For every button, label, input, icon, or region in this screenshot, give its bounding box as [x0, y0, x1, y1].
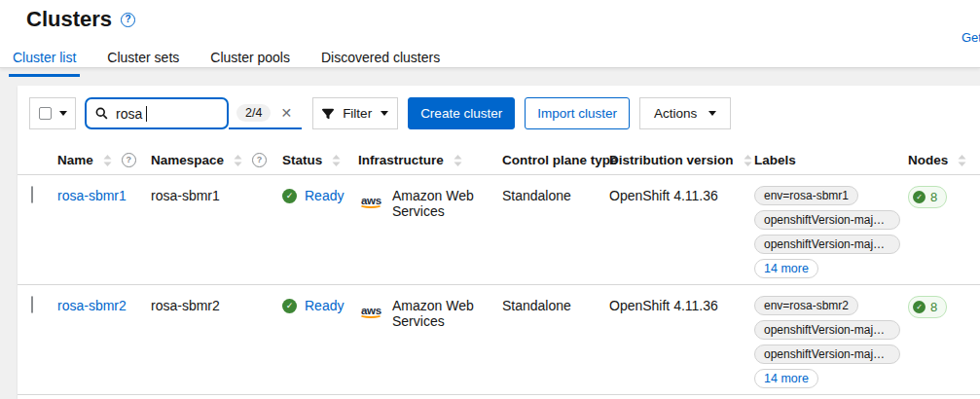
sort-icon[interactable] — [332, 155, 341, 166]
header-select-spacer — [18, 146, 57, 174]
actions-dropdown[interactable]: Actions — [639, 97, 731, 129]
sort-icon[interactable] — [744, 155, 752, 166]
import-cluster-button[interactable]: Import cluster — [525, 97, 630, 129]
infrastructure-label: Amazon Web Services — [392, 298, 502, 329]
help-icon[interactable]: ? — [252, 153, 267, 167]
column-header-labels: Labels — [754, 146, 908, 174]
labels-cell: env=rosa-sbmr1 openshiftVersion-major=4 … — [754, 175, 908, 284]
filter-icon — [322, 108, 334, 120]
tab-cluster-list[interactable]: Cluster list — [9, 45, 80, 77]
label-pill: openshiftVersion-major=4 — [754, 320, 900, 340]
status-cell: ✓ Ready — [282, 175, 358, 284]
aws-icon: aws — [358, 195, 383, 212]
tab-label: Discovered clusters — [321, 50, 440, 65]
search-group: rosa 2/4 ✕ — [85, 97, 302, 129]
labels-more-button[interactable]: 14 more — [754, 369, 818, 388]
toolbar: rosa 2/4 ✕ Filter Create cluster Import … — [18, 86, 980, 129]
status-link[interactable]: Ready — [305, 188, 344, 203]
label-pill: env=rosa-sbmr2 — [754, 296, 858, 315]
status-cell: ✓ Ready — [282, 285, 358, 394]
tab-cluster-pools[interactable]: Cluster pools — [206, 45, 294, 77]
cluster-name-link[interactable]: rosa-sbmr2 — [57, 298, 127, 313]
column-header-distribution-version: Distribution version — [609, 146, 754, 174]
status-ready-icon: ✓ — [282, 299, 297, 313]
search-input[interactable]: rosa — [85, 97, 229, 129]
nodes-count: 8 — [930, 190, 937, 204]
chevron-down-icon — [381, 111, 388, 116]
row-select-cell — [18, 175, 57, 284]
label-pill: openshiftVersion-major-mi... — [754, 345, 900, 364]
name-cell: rosa-sbmr1 — [57, 175, 151, 284]
bulk-select-dropdown[interactable] — [29, 97, 76, 129]
search-value: rosa — [116, 106, 142, 122]
row-checkbox[interactable] — [31, 296, 33, 313]
cluster-name-link[interactable]: rosa-sbmr1 — [57, 188, 127, 203]
name-cell: rosa-sbmr2 — [57, 285, 151, 394]
filter-label: Filter — [343, 106, 372, 121]
control-plane-type-cell: Standalone — [502, 175, 609, 284]
tab-label: Cluster pools — [210, 50, 290, 65]
infrastructure-label: Amazon Web Services — [392, 188, 502, 219]
infrastructure-cell: aws Amazon Web Services — [358, 175, 502, 284]
label-pill: openshiftVersion-major=4 — [754, 210, 900, 230]
create-cluster-button[interactable]: Create cluster — [408, 97, 515, 129]
status-link[interactable]: Ready — [305, 298, 344, 313]
tab-label: Cluster list — [13, 50, 76, 65]
sort-icon[interactable] — [958, 155, 966, 166]
nodes-ready-icon: ✓ — [913, 301, 926, 313]
control-plane-type-cell: Standalone — [502, 285, 609, 394]
nodes-ready-icon: ✓ — [913, 191, 926, 203]
nodes-badge[interactable]: ✓ 8 — [908, 296, 947, 318]
column-header-nodes: Nodes — [908, 146, 980, 174]
clusters-card: rosa 2/4 ✕ Filter Create cluster Import … — [18, 86, 980, 399]
filter-dropdown[interactable]: Filter — [312, 97, 398, 129]
search-results-badge: 2/4 — [236, 104, 271, 122]
namespace-cell: rosa-sbmr1 — [151, 175, 282, 284]
page-title: Clusters — [26, 7, 112, 32]
labels-cell: env=rosa-sbmr2 openshiftVersion-major=4 … — [754, 285, 908, 394]
clear-search-button[interactable]: ✕ — [278, 105, 294, 121]
namespace-cell: rosa-sbmr2 — [151, 285, 282, 394]
column-header-name: Name ? — [57, 146, 151, 174]
table-row: rosa-sbmr1 rosa-sbmr1 ✓ Ready aws Amazon… — [18, 175, 980, 285]
help-icon[interactable]: ? — [122, 153, 136, 167]
page-help-icon[interactable]: ? — [121, 13, 135, 27]
select-all-checkbox[interactable] — [39, 107, 52, 120]
sort-icon[interactable] — [454, 155, 462, 166]
chevron-down-icon — [59, 111, 67, 116]
sort-icon[interactable] — [103, 155, 112, 166]
column-header-namespace: Namespace ? — [151, 146, 282, 174]
search-icon — [95, 107, 108, 120]
distribution-version-cell: OpenShift 4.11.36 — [609, 285, 754, 394]
tabs: Cluster list Cluster sets Cluster pools … — [9, 45, 980, 77]
tab-discovered-clusters[interactable]: Discovered clusters — [317, 45, 444, 77]
column-header-infrastructure: Infrastructure — [358, 146, 502, 174]
tab-cluster-sets[interactable]: Cluster sets — [103, 45, 183, 77]
labels-more-button[interactable]: 14 more — [754, 259, 818, 278]
label-pill: openshiftVersion-major-mi... — [754, 235, 900, 254]
clusters-table: Name ? Namespace ? Status Infrastructure… — [18, 146, 980, 395]
table-header-row: Name ? Namespace ? Status Infrastructure… — [18, 146, 980, 175]
search-suffix: 2/4 ✕ — [229, 97, 302, 129]
distribution-version-cell: OpenShift 4.11.36 — [609, 175, 754, 284]
table-row: rosa-sbmr2 rosa-sbmr2 ✓ Ready aws Amazon… — [18, 285, 980, 395]
column-header-status: Status — [282, 146, 358, 174]
infrastructure-cell: aws Amazon Web Services — [358, 285, 502, 394]
nodes-badge[interactable]: ✓ 8 — [908, 186, 947, 208]
status-ready-icon: ✓ — [282, 189, 297, 203]
nodes-cell: ✓ 8 — [908, 175, 980, 284]
aws-icon: aws — [358, 305, 383, 322]
column-header-control-plane-type: Control plane type — [502, 146, 609, 174]
text-cursor — [146, 106, 147, 122]
tab-label: Cluster sets — [107, 50, 179, 65]
row-checkbox[interactable] — [31, 186, 33, 203]
label-pill: env=rosa-sbmr1 — [754, 186, 858, 205]
chevron-down-icon — [708, 111, 716, 116]
get-started-link[interactable]: Get — [962, 30, 980, 45]
nodes-count: 8 — [930, 300, 937, 314]
sort-icon[interactable] — [234, 155, 242, 166]
row-select-cell — [18, 285, 57, 394]
page-header: Clusters ? Get Cluster list Cluster sets… — [0, 0, 980, 68]
actions-label: Actions — [654, 106, 697, 121]
nodes-cell: ✓ 8 — [908, 285, 980, 394]
